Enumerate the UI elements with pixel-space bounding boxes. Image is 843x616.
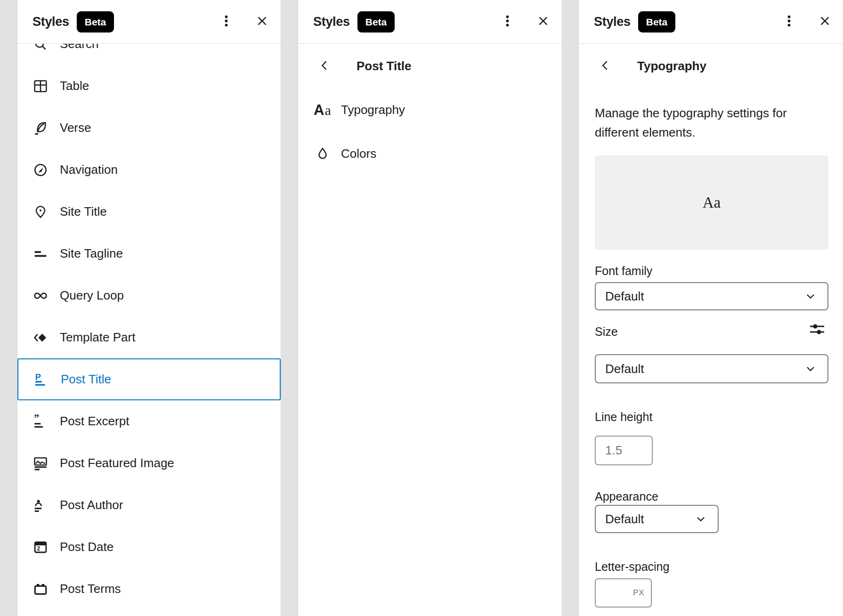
styles-panel-typography: Styles Beta Typography Manage the typogr… xyxy=(578,0,843,616)
beta-badge: Beta xyxy=(77,11,114,32)
appearance-label: Appearance xyxy=(595,490,658,503)
menu-item-typography[interactable]: AaTypography xyxy=(298,88,562,132)
post-author-icon xyxy=(32,496,49,514)
block-item-query-loop[interactable]: Query Loop xyxy=(17,275,281,316)
appearance-select[interactable]: Default xyxy=(595,505,719,533)
size-label: Size xyxy=(595,325,618,339)
size-settings-button[interactable] xyxy=(807,319,827,340)
styles-panel-block-list: SearchTableVerseNavigationSite TitleSite… xyxy=(17,0,281,616)
block-item-post-excerpt[interactable]: ”Post Excerpt xyxy=(17,400,281,442)
beta-badge: Beta xyxy=(357,11,395,32)
letter-spacing-label: Letter-spacing xyxy=(595,560,669,574)
close-icon xyxy=(817,13,833,30)
svg-text:2: 2 xyxy=(37,545,41,552)
panel-header: Styles Beta xyxy=(298,0,562,44)
block-item-post-title[interactable]: PPost Title xyxy=(17,358,281,400)
block-item-navigation[interactable]: Navigation xyxy=(17,149,281,191)
menu-item-label: Colors xyxy=(341,146,376,161)
chevron-down-icon xyxy=(693,513,708,525)
letter-spacing-input[interactable] xyxy=(596,579,626,607)
panel-title: Styles xyxy=(313,15,350,29)
block-item-label: Site Tagline xyxy=(60,246,123,261)
screen-header: Post Title xyxy=(298,44,562,88)
panel-title: Styles xyxy=(32,15,69,29)
block-item-label: Post Title xyxy=(61,372,111,387)
site-title-icon xyxy=(32,203,49,221)
block-list: SearchTableVerseNavigationSite TitleSite… xyxy=(17,23,281,610)
query-loop-icon xyxy=(32,287,49,305)
block-item-post-date[interactable]: 2Post Date xyxy=(17,526,281,568)
appearance-value: Default xyxy=(605,512,644,527)
post-excerpt-icon: ” xyxy=(32,413,49,430)
block-item-label: Verse xyxy=(60,121,91,135)
typography-preview: Aa xyxy=(595,155,828,250)
font-family-label: Font family xyxy=(595,264,652,278)
line-height-input[interactable] xyxy=(595,436,653,465)
size-value: Default xyxy=(605,362,644,376)
size-select[interactable]: Default xyxy=(595,354,828,383)
post-date-icon: 2 xyxy=(32,538,49,556)
block-item-label: Post Date xyxy=(60,540,113,554)
back-button[interactable] xyxy=(315,57,334,75)
menu-item-colors[interactable]: Colors xyxy=(298,132,562,176)
close-button[interactable] xyxy=(815,12,834,31)
colors-icon xyxy=(314,145,335,163)
post-title-menu: AaTypographyColors xyxy=(298,88,562,176)
block-item-label: Site Title xyxy=(60,204,107,219)
styles-sidebar-screenshot: SearchTableVerseNavigationSite TitleSite… xyxy=(0,0,843,616)
svg-text:P: P xyxy=(35,372,41,381)
chevron-down-icon xyxy=(803,363,818,375)
line-height-label: Line height xyxy=(595,410,652,424)
screen-title: Post Title xyxy=(357,59,412,73)
close-icon xyxy=(535,13,551,30)
post-title-icon: P xyxy=(32,371,50,389)
letter-spacing-unit: PX xyxy=(633,588,644,598)
block-item-post-author[interactable]: Post Author xyxy=(17,484,281,526)
post-featured-image-icon xyxy=(32,454,49,472)
panel-header: Styles Beta xyxy=(17,0,281,44)
block-item-label: Post Terms xyxy=(60,582,121,596)
close-icon xyxy=(254,13,270,30)
post-terms-icon xyxy=(32,580,49,598)
font-family-value: Default xyxy=(605,289,644,304)
block-item-label: Post Author xyxy=(60,498,123,512)
dots-vertical-icon xyxy=(781,13,797,30)
screen-title: Typography xyxy=(637,59,706,73)
typography-description: Manage the typography settings for diffe… xyxy=(595,104,816,142)
close-button[interactable] xyxy=(534,12,552,31)
chevron-left-icon xyxy=(317,58,332,74)
block-item-template-part[interactable]: Template Part xyxy=(17,316,281,358)
table-icon xyxy=(32,77,49,95)
block-item-label: Post Excerpt xyxy=(60,414,129,429)
letter-spacing-input-wrap: PX xyxy=(595,578,652,608)
menu-item-label: Typography xyxy=(341,103,405,117)
options-menu-button[interactable] xyxy=(779,12,798,31)
styles-panel-post-title: Styles Beta Post Title AaTypographyColor… xyxy=(298,0,562,616)
sliders-icon xyxy=(807,333,827,340)
block-item-table[interactable]: Table xyxy=(17,65,281,107)
block-item-site-tagline[interactable]: Site Tagline xyxy=(17,233,281,275)
screen-header: Typography xyxy=(579,44,843,88)
options-menu-button[interactable] xyxy=(217,12,235,31)
back-button[interactable] xyxy=(596,57,615,75)
block-item-label: Query Loop xyxy=(60,288,124,303)
typography-icon: Aa xyxy=(314,102,335,119)
block-item-verse[interactable]: Verse xyxy=(17,107,281,149)
dots-vertical-icon xyxy=(219,13,234,30)
block-item-label: Template Part xyxy=(60,330,135,345)
close-button[interactable] xyxy=(252,12,271,31)
navigation-icon xyxy=(32,161,49,179)
typography-preview-text: Aa xyxy=(703,194,721,211)
options-menu-button[interactable] xyxy=(498,12,517,31)
block-item-post-featured-image[interactable]: Post Featured Image xyxy=(17,442,281,484)
block-item-site-title[interactable]: Site Title xyxy=(17,191,281,233)
panel-header: Styles Beta xyxy=(579,0,843,44)
panel-title: Styles xyxy=(594,15,631,29)
chevron-left-icon xyxy=(598,58,613,74)
svg-text:”: ” xyxy=(34,413,39,424)
verse-icon xyxy=(32,119,49,137)
template-part-icon xyxy=(32,329,49,347)
block-item-post-terms[interactable]: Post Terms xyxy=(17,568,281,610)
font-family-select[interactable]: Default xyxy=(595,282,828,310)
beta-badge: Beta xyxy=(638,11,676,32)
